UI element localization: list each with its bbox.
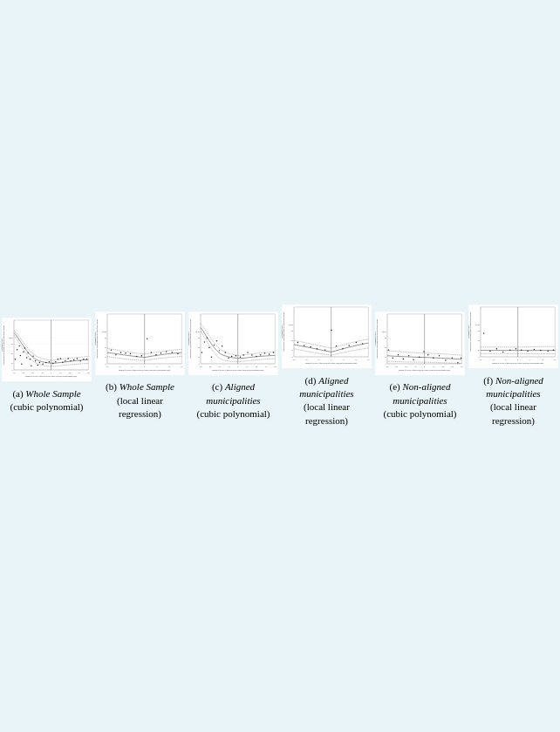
svg-point-38 bbox=[30, 359, 31, 359]
svg-point-168 bbox=[324, 349, 325, 350]
caption-a-italic: Whole Sample bbox=[25, 388, 80, 399]
svg-point-241 bbox=[516, 348, 516, 349]
svg-point-240 bbox=[509, 349, 510, 350]
svg-point-91 bbox=[155, 354, 156, 355]
chart-cell-b: Discretionary investment grants per head… bbox=[93, 310, 187, 423]
svg-point-239 bbox=[502, 352, 503, 352]
svg-point-237 bbox=[489, 351, 490, 352]
svg-point-137 bbox=[256, 355, 256, 356]
caption-f: (f) Non-aligned municipalities (local li… bbox=[468, 374, 558, 428]
chart-svg-c: Discretionary investment grants per head… bbox=[188, 311, 278, 376]
svg-point-122 bbox=[207, 337, 208, 338]
svg-point-164 bbox=[297, 342, 298, 343]
svg-point-202 bbox=[403, 358, 404, 359]
svg-point-41 bbox=[35, 360, 36, 361]
caption-d-sub: (local linear regression) bbox=[304, 401, 350, 425]
svg-point-134 bbox=[243, 354, 244, 355]
svg-point-86 bbox=[130, 352, 131, 353]
svg-point-89 bbox=[147, 338, 147, 339]
svg-point-174 bbox=[362, 343, 363, 344]
svg-point-59 bbox=[86, 359, 87, 359]
svg-point-169 bbox=[331, 330, 331, 331]
svg-point-31 bbox=[19, 345, 20, 346]
caption-b-label: (b) bbox=[106, 381, 120, 392]
svg-point-242 bbox=[521, 349, 522, 350]
caption-a-sub: (cubic polynomial) bbox=[10, 401, 83, 412]
svg-point-204 bbox=[413, 359, 413, 359]
svg-point-139 bbox=[264, 352, 265, 353]
svg-point-165 bbox=[304, 345, 304, 345]
svg-point-52 bbox=[65, 360, 65, 361]
chart-wrapper-a: Discretionary investment grants per head… bbox=[2, 318, 92, 386]
svg-point-50 bbox=[60, 359, 61, 359]
svg-point-29 bbox=[15, 359, 16, 359]
caption-f-italic: Non-aligned municipalities bbox=[486, 375, 543, 399]
chart-wrapper-b: Discretionary investment grants per head… bbox=[95, 311, 185, 380]
chart-wrapper-e: Discretionary investment grants per head… bbox=[375, 311, 465, 380]
svg-point-36 bbox=[26, 358, 27, 359]
chart-cell-f: Discretionary investment grants per head… bbox=[467, 303, 560, 429]
svg-point-173 bbox=[356, 342, 357, 343]
svg-point-94 bbox=[172, 352, 173, 352]
chart-svg-b: Discretionary investment grants per head… bbox=[95, 311, 185, 376]
svg-point-88 bbox=[141, 355, 142, 356]
svg-point-130 bbox=[228, 357, 229, 358]
svg-point-210 bbox=[445, 359, 446, 360]
svg-point-42 bbox=[37, 365, 38, 366]
chart-svg-f: Discretionary investment grants per head… bbox=[468, 304, 558, 369]
svg-point-39 bbox=[31, 366, 31, 366]
svg-point-200 bbox=[393, 357, 393, 358]
svg-point-172 bbox=[349, 345, 350, 345]
svg-point-244 bbox=[534, 349, 535, 350]
svg-point-47 bbox=[52, 363, 53, 364]
caption-b: (b) Whole Sample (local linear regressio… bbox=[95, 380, 185, 421]
chart-wrapper-c: Discretionary investment grants per head… bbox=[188, 311, 278, 380]
caption-b-sub: (local linear regression) bbox=[117, 395, 163, 419]
svg-point-132 bbox=[236, 355, 236, 356]
svg-point-201 bbox=[398, 354, 399, 355]
caption-b-italic: Whole Sample bbox=[120, 381, 174, 392]
svg-point-48 bbox=[55, 361, 56, 362]
svg-point-170 bbox=[336, 345, 337, 346]
chart-cell-c: Discretionary investment grants per head… bbox=[187, 310, 280, 423]
svg-point-243 bbox=[527, 351, 528, 352]
svg-point-205 bbox=[419, 356, 420, 357]
svg-point-87 bbox=[136, 355, 137, 356]
svg-point-34 bbox=[23, 352, 24, 352]
caption-a: (a) Whole Sample (cubic polynomial) bbox=[10, 387, 83, 414]
svg-point-166 bbox=[310, 346, 311, 347]
chart-wrapper-f: Discretionary investment grants per head… bbox=[468, 304, 558, 373]
svg-point-245 bbox=[540, 350, 541, 351]
caption-c: (c) Aligned municipalities (cubic polyno… bbox=[188, 380, 278, 421]
svg-point-126 bbox=[216, 340, 217, 341]
caption-d-label: (d) bbox=[305, 375, 319, 386]
svg-point-92 bbox=[160, 352, 161, 353]
svg-point-95 bbox=[177, 352, 178, 353]
svg-point-44 bbox=[42, 364, 43, 365]
svg-point-171 bbox=[342, 348, 343, 349]
svg-point-212 bbox=[457, 362, 458, 363]
svg-point-123 bbox=[208, 346, 209, 347]
svg-point-199 bbox=[388, 349, 389, 350]
chart-svg-e: Discretionary investment grants per head… bbox=[375, 311, 465, 376]
svg-point-238 bbox=[496, 348, 497, 349]
caption-e-sub: (cubic polynomial) bbox=[383, 408, 456, 419]
svg-point-236 bbox=[483, 332, 484, 333]
svg-point-55 bbox=[73, 359, 74, 360]
svg-point-206 bbox=[423, 351, 424, 352]
svg-point-131 bbox=[231, 355, 232, 356]
chart-svg-d: Discretionary investment grants per head… bbox=[282, 304, 372, 369]
svg-point-33 bbox=[21, 364, 22, 365]
svg-point-125 bbox=[214, 345, 215, 345]
caption-c-label: (c) bbox=[212, 381, 225, 392]
svg-point-140 bbox=[269, 353, 270, 354]
svg-point-90 bbox=[151, 352, 152, 352]
svg-point-136 bbox=[251, 354, 252, 355]
svg-point-45 bbox=[45, 362, 46, 363]
svg-point-141 bbox=[273, 352, 274, 352]
svg-point-40 bbox=[32, 356, 33, 357]
svg-point-135 bbox=[247, 352, 248, 352]
svg-point-57 bbox=[79, 360, 80, 361]
svg-point-124 bbox=[211, 356, 212, 357]
svg-point-54 bbox=[70, 360, 71, 361]
